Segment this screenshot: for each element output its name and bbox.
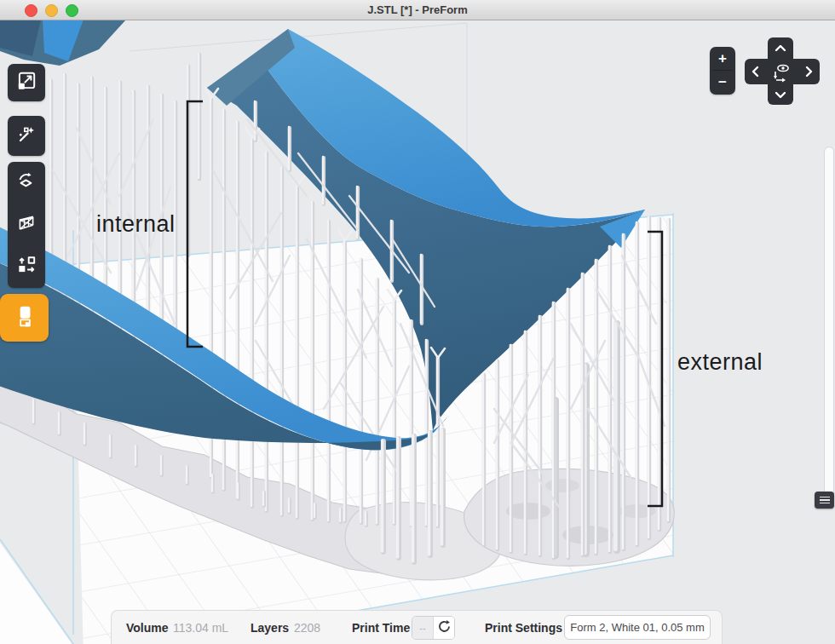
scale-icon: [15, 70, 37, 95]
layers-value: 2208: [294, 611, 320, 644]
supports-tool-button[interactable]: [8, 204, 45, 245]
zoom-in-button[interactable]: +: [710, 47, 735, 70]
title-bar: J.STL [*] - PreForm: [0, 0, 835, 20]
volume-value: 113.04 mL: [173, 611, 228, 644]
annotation-internal: internal: [96, 211, 176, 238]
cartridge-print-icon: [12, 303, 37, 332]
window-title: J.STL [*] - PreForm: [367, 3, 468, 16]
print-time-control: --: [412, 616, 455, 640]
view-dpad: [743, 37, 821, 110]
print-time-value: --: [412, 617, 434, 639]
layer-slider-track[interactable]: [824, 147, 834, 503]
magic-wand-icon: [15, 124, 37, 149]
print-time-label: Print Time: [352, 611, 410, 644]
layout-tool-button[interactable]: [8, 245, 45, 287]
minimize-window-button[interactable]: [45, 4, 58, 17]
print-job-tool-button[interactable]: [0, 294, 49, 342]
layers-label: Layers: [250, 611, 289, 644]
viewport-3d[interactable]: [0, 0, 835, 644]
one-click-print-tool-button[interactable]: [8, 116, 45, 156]
volume-label: Volume: [126, 611, 169, 644]
recalculate-print-time-button[interactable]: [434, 617, 454, 639]
refresh-icon: [437, 619, 452, 637]
rotate-icon: [15, 170, 37, 196]
zoom-out-button[interactable]: −: [710, 71, 735, 94]
annotation-external: external: [677, 349, 763, 376]
fullscreen-window-button[interactable]: [66, 4, 78, 17]
layout-icon: [15, 254, 37, 279]
tool-group: [8, 162, 45, 288]
print-settings-label: Print Settings: [485, 611, 562, 644]
zoom-control: + −: [710, 47, 735, 95]
status-bar: Volume 113.04 mL Layers 2208 Print Time …: [111, 610, 723, 644]
layer-slider-handle[interactable]: [815, 492, 834, 509]
size-scale-tool-button[interactable]: [8, 64, 45, 101]
orientation-tool-button[interactable]: [8, 162, 45, 204]
close-window-button[interactable]: [25, 4, 37, 17]
print-settings-select[interactable]: Form 2, White 01, 0.05 mm: [564, 615, 711, 640]
supports-icon: [15, 212, 37, 238]
